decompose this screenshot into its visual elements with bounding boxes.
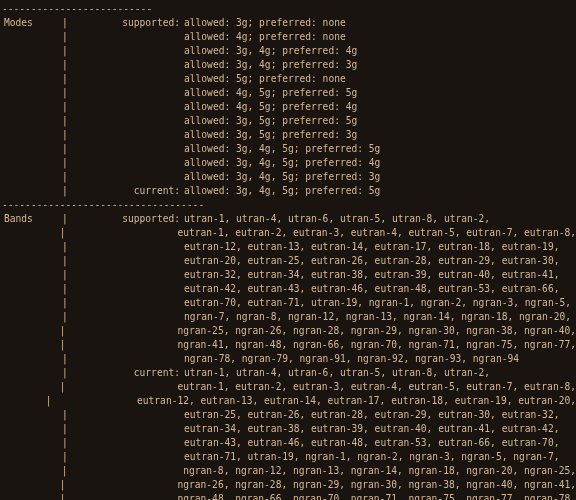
output-line: |allowed: 3g, 5g; preferred: 3g — [2, 128, 576, 142]
label-col — [70, 352, 182, 366]
pipe: | — [60, 436, 70, 450]
pipe: | — [60, 142, 70, 156]
bands-current-value: eutran-71, utran-19, ngran-1, ngran-2, n… — [182, 450, 576, 464]
output-line: |eutran-20, eutran-25, eutran-26, eutran… — [2, 254, 576, 268]
pipe: | — [60, 352, 70, 366]
bands-supported-value: ngran-41, ngran-48, ngran-66, ngran-70, … — [175, 338, 576, 352]
pipe: | — [60, 16, 70, 30]
output-line: |eutran-12, eutran-13, eutran-14, eutran… — [2, 240, 576, 254]
pipe: | — [60, 240, 70, 254]
output-line: |ngran-7, ngran-8, ngran-12, ngran-13, n… — [2, 310, 576, 324]
section-col — [2, 436, 60, 450]
label-col — [70, 464, 182, 478]
pipe: | — [60, 156, 70, 170]
bands-current-value: ngran-8, ngran-12, ngran-13, ngran-14, n… — [181, 464, 576, 478]
output-line: |current:allowed: 3g, 4g, 5g; preferred:… — [2, 184, 576, 198]
bands-current-value: eutran-12, eutran-13, eutran-14, eutran-… — [135, 394, 576, 408]
separator-line: ----------------------------------- — [2, 198, 576, 212]
label-col — [70, 30, 182, 44]
pipe: | — [58, 338, 68, 352]
section-bands: Bands — [2, 212, 60, 226]
label-col — [70, 156, 182, 170]
output-line: |allowed: 3g, 4g; preferred: 3g — [2, 58, 576, 72]
pipe: | — [60, 100, 70, 114]
output-line: |eutran-71, utran-19, ngran-1, ngran-2, … — [2, 450, 576, 464]
section-col — [2, 226, 58, 240]
output-line: |ngran-41, ngran-48, ngran-66, ngran-70,… — [2, 338, 576, 352]
output-line: |ngran-26, ngran-28, ngran-29, ngran-30,… — [2, 478, 576, 492]
label-col — [68, 478, 176, 492]
pipe: | — [60, 268, 70, 282]
label-col — [70, 86, 182, 100]
bands-supported-value: ngran-78, ngran-79, ngran-91, ngran-92, … — [182, 352, 576, 366]
output-line: |ngran-25, ngran-26, ngran-28, ngran-29,… — [2, 324, 576, 338]
section-col — [2, 352, 60, 366]
section-col — [2, 492, 58, 500]
bands-supported-value: utran-1, utran-4, utran-6, utran-5, utra… — [182, 212, 576, 226]
section-col — [2, 100, 60, 114]
pipe: | — [60, 212, 70, 226]
section-col — [2, 310, 60, 324]
label-col — [70, 44, 182, 58]
pipe: | — [60, 86, 70, 100]
output-line: |eutran-12, eutran-13, eutran-14, eutran… — [2, 394, 576, 408]
bands-current-value: ngran-48, ngran-66, ngran-70, ngran-71, … — [175, 492, 576, 500]
output-line: |allowed: 3g, 5g; preferred: 5g — [2, 114, 576, 128]
label-col — [70, 128, 182, 142]
pipe: | — [60, 72, 70, 86]
section-col — [2, 324, 58, 338]
modes-supported-value: allowed: 3g; preferred: none — [182, 16, 576, 30]
section-col — [2, 114, 60, 128]
output-line: |allowed: 5g; preferred: none — [2, 72, 576, 86]
label-col — [70, 58, 182, 72]
section-col — [2, 240, 60, 254]
bands-supported-value: eutran-42, eutran-43, eutran-46, eutran-… — [182, 282, 576, 296]
bands-current-value: ngran-26, ngran-28, ngran-29, ngran-30, … — [175, 478, 576, 492]
pipe: | — [60, 282, 70, 296]
section-modes: Modes — [2, 16, 60, 30]
pipe: | — [45, 394, 52, 408]
bands-supported-value: eutran-12, eutran-13, eutran-14, eutran-… — [182, 240, 576, 254]
label-col — [70, 408, 182, 422]
modes-supported-value: allowed: 5g; preferred: none — [182, 72, 576, 86]
pipe: | — [60, 114, 70, 128]
pipe: | — [60, 296, 70, 310]
modes-current-value: allowed: 3g, 4g, 5g; preferred: 5g — [182, 184, 576, 198]
section-col — [2, 72, 60, 86]
label-col — [70, 100, 182, 114]
section-col — [2, 478, 58, 492]
bands-supported-value: eutran-70, eutran-71, utran-19, ngran-1,… — [182, 296, 576, 310]
pipe: | — [60, 128, 70, 142]
label-col — [68, 380, 176, 394]
pipe: | — [60, 408, 70, 422]
section-col — [2, 254, 60, 268]
section-col — [2, 30, 60, 44]
modes-supported-value: allowed: 4g; preferred: none — [182, 30, 576, 44]
section-col — [2, 394, 45, 408]
output-line: Modes|supported:allowed: 3g; preferred: … — [2, 16, 576, 30]
bands-current-value: eutran-34, eutran-38, eutran-39, eutran-… — [182, 422, 576, 436]
label-col — [68, 338, 176, 352]
label-current: current: — [70, 366, 182, 380]
section-col — [2, 156, 60, 170]
label-col — [68, 226, 176, 240]
bands-current-value: eutran-43, eutran-46, eutran-48, eutran-… — [182, 436, 576, 450]
label-col — [70, 114, 182, 128]
label-current: current: — [70, 184, 182, 198]
label-col — [68, 324, 176, 338]
section-col — [2, 422, 60, 436]
section-col — [2, 366, 60, 380]
label-col — [70, 282, 182, 296]
pipe: | — [60, 170, 70, 184]
output-line: |eutran-32, eutran-34, eutran-38, eutran… — [2, 268, 576, 282]
label-col — [52, 394, 135, 408]
label-col — [70, 450, 182, 464]
label-col — [70, 170, 182, 184]
modes-supported-value: allowed: 3g, 4g; preferred: 3g — [182, 58, 576, 72]
modes-supported-value: allowed: 3g, 5g; preferred: 3g — [182, 128, 576, 142]
section-col — [2, 142, 60, 156]
output-line: |allowed: 4g, 5g; preferred: 5g — [2, 86, 576, 100]
pipe: | — [60, 58, 70, 72]
bands-supported-value: eutran-32, eutran-34, eutran-38, eutran-… — [182, 268, 576, 282]
output-line: |allowed: 3g, 4g, 5g; preferred: 5g — [2, 142, 576, 156]
